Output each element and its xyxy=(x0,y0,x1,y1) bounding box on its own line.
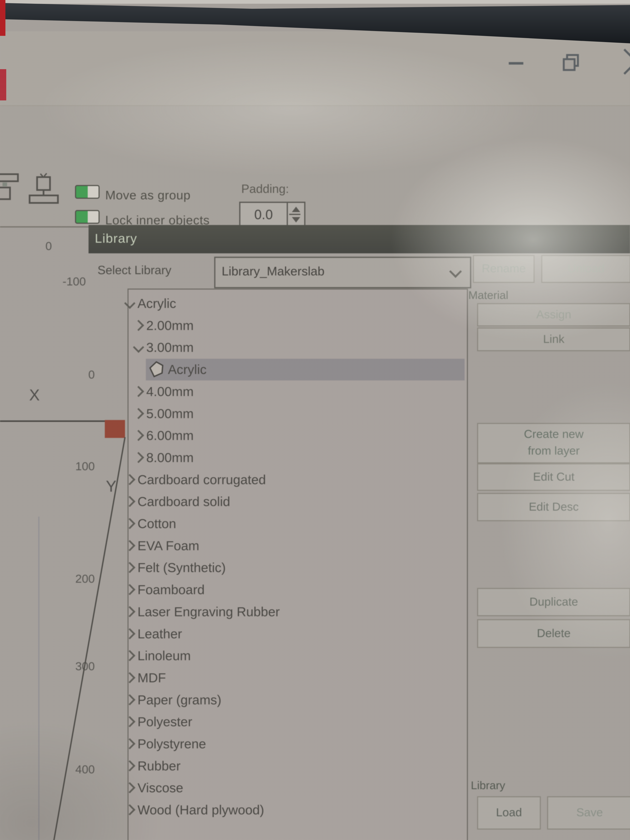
material-section-label: Material xyxy=(468,289,508,302)
tree-item-label: Viscose xyxy=(137,777,183,799)
chevron-right-icon[interactable] xyxy=(133,320,144,331)
tree-item-label: Paper (grams) xyxy=(137,689,221,711)
tree-item[interactable]: Cotton xyxy=(128,513,465,535)
tree-item-label: Laser Engraving Rubber xyxy=(137,601,280,623)
restore-icon[interactable] xyxy=(562,54,580,72)
tree-item[interactable]: 2.00mm xyxy=(128,314,465,336)
screen-photo: Move as group Lock inner objects Padding… xyxy=(0,0,630,840)
chevron-right-icon[interactable] xyxy=(124,584,136,595)
workspace-top-edge xyxy=(0,420,105,422)
tree-item-label: 5.00mm xyxy=(146,403,194,425)
library-section-label: Library xyxy=(471,779,505,792)
tree-item[interactable]: Foamboard xyxy=(128,578,465,601)
chevron-down-icon[interactable] xyxy=(133,342,144,353)
tree-item[interactable]: Paper (grams) xyxy=(128,689,465,711)
minimize-icon[interactable] xyxy=(509,62,523,65)
tree-item[interactable]: Cardboard solid xyxy=(128,490,465,513)
link-button[interactable]: Link xyxy=(477,327,630,351)
chevron-right-icon[interactable] xyxy=(124,496,136,507)
tree-item-label: 8.00mm xyxy=(146,447,194,469)
ruler-number: 200 xyxy=(52,572,95,586)
tree-item[interactable]: Cardboard corrugated xyxy=(128,469,465,491)
origin-marker xyxy=(105,420,125,438)
delete-button[interactable]: Delete xyxy=(477,619,630,648)
chevron-right-icon[interactable] xyxy=(133,430,144,441)
chevron-right-icon[interactable] xyxy=(124,650,136,661)
load-button[interactable]: Load xyxy=(477,796,541,830)
align-left-icon[interactable] xyxy=(0,172,23,201)
tree-item[interactable]: 8.00mm xyxy=(128,447,465,469)
tree-item[interactable]: Acrylic xyxy=(128,358,465,381)
tree-item[interactable]: Viscose xyxy=(128,777,465,799)
chevron-right-icon[interactable] xyxy=(124,518,136,529)
tree-item[interactable]: Felt (Synthetic) xyxy=(128,556,465,578)
chevron-right-icon[interactable] xyxy=(124,694,136,706)
tree-item[interactable]: Acrylic xyxy=(128,292,465,314)
chevron-right-icon[interactable] xyxy=(124,540,136,551)
ruler-number: 300 xyxy=(52,659,95,673)
chevron-right-icon[interactable] xyxy=(133,452,144,463)
chevron-right-icon[interactable] xyxy=(124,562,136,573)
tree-item-label: Felt (Synthetic) xyxy=(137,556,226,578)
y-ruler: 0100200300400 xyxy=(52,0,95,840)
tree-item-label: 2.00mm xyxy=(146,314,194,336)
chevron-right-icon[interactable] xyxy=(124,606,136,617)
chevron-right-icon[interactable] xyxy=(133,386,144,397)
tree-item[interactable]: Rubber xyxy=(128,755,465,777)
tree-item-label: EVA Foam xyxy=(137,535,199,557)
tree-item-label: Acrylic xyxy=(168,358,207,381)
workspace-grid-line xyxy=(38,517,39,840)
tree-item[interactable]: Polystyrene xyxy=(128,733,465,755)
tree-item[interactable]: Polyester xyxy=(128,711,465,733)
tree-item-label: Cardboard solid xyxy=(137,490,230,513)
tree-item[interactable]: 4.00mm xyxy=(128,381,465,403)
chevron-right-icon[interactable] xyxy=(124,782,136,793)
tree-item-label: Wood (Hard plywood) xyxy=(137,799,264,821)
tree-item-label: 4.00mm xyxy=(146,381,194,403)
tree-item[interactable]: 6.00mm xyxy=(128,425,465,447)
rename-button[interactable]: Rename xyxy=(473,255,535,283)
chevron-right-icon[interactable] xyxy=(124,738,136,749)
tree-item-label: 6.00mm xyxy=(146,425,194,447)
save-button[interactable]: Save xyxy=(547,796,630,830)
tree-item-label: Leather xyxy=(137,623,182,645)
chevron-right-icon[interactable] xyxy=(124,628,136,639)
chevron-right-icon[interactable] xyxy=(124,716,136,727)
edit-cut-button[interactable]: Edit Cut xyxy=(477,463,630,491)
chevron-down-icon[interactable] xyxy=(124,298,136,309)
tree-item[interactable]: Linoleum xyxy=(128,644,465,667)
chevron-right-icon[interactable] xyxy=(124,804,136,815)
ruler-number: 100 xyxy=(52,459,95,473)
ruler-number: 400 xyxy=(52,763,95,776)
unload-button[interactable]: Unload xyxy=(541,255,630,283)
create-new-from-layer-button[interactable]: Create new from layer xyxy=(477,423,630,463)
tree-item-label: Rubber xyxy=(137,755,181,777)
tree-item-label: Cardboard corrugated xyxy=(137,469,266,491)
chevron-right-icon[interactable] xyxy=(124,760,136,772)
tree-item[interactable]: 5.00mm xyxy=(128,403,465,425)
chevron-right-icon[interactable] xyxy=(133,408,144,419)
assign-button[interactable]: Assign xyxy=(477,303,630,327)
edit-desc-button[interactable]: Edit Desc xyxy=(477,493,630,521)
tree-item-label: Cotton xyxy=(137,513,176,535)
tree-item[interactable]: Laser Engraving Rubber xyxy=(128,601,465,623)
laptop-lid-edge xyxy=(0,0,630,4)
tree-item[interactable]: 3.00mm xyxy=(128,336,465,358)
tree-item[interactable]: MDF xyxy=(128,667,465,689)
chevron-right-icon[interactable] xyxy=(124,672,136,683)
tree-item-label: Acrylic xyxy=(137,292,176,314)
x-axis-label: X xyxy=(29,386,40,404)
tree-item[interactable]: Leather xyxy=(128,623,465,645)
tree-item-label: Polyester xyxy=(137,711,192,733)
tree-item-label: MDF xyxy=(137,667,166,689)
ruler-number: 0 xyxy=(52,368,95,381)
chevron-right-icon[interactable] xyxy=(124,474,136,485)
tree-item-label: Polystyrene xyxy=(137,733,206,755)
tree-item[interactable]: EVA Foam xyxy=(128,535,465,557)
photo-edge-red-strip xyxy=(0,69,6,100)
tree-item-label: 3.00mm xyxy=(146,336,194,358)
photo-edge-red-strip xyxy=(0,0,5,36)
duplicate-button[interactable]: Duplicate xyxy=(477,588,630,616)
tree-item[interactable]: Wood (Hard plywood) xyxy=(128,799,465,821)
tree-item-label: Linoleum xyxy=(137,644,191,667)
